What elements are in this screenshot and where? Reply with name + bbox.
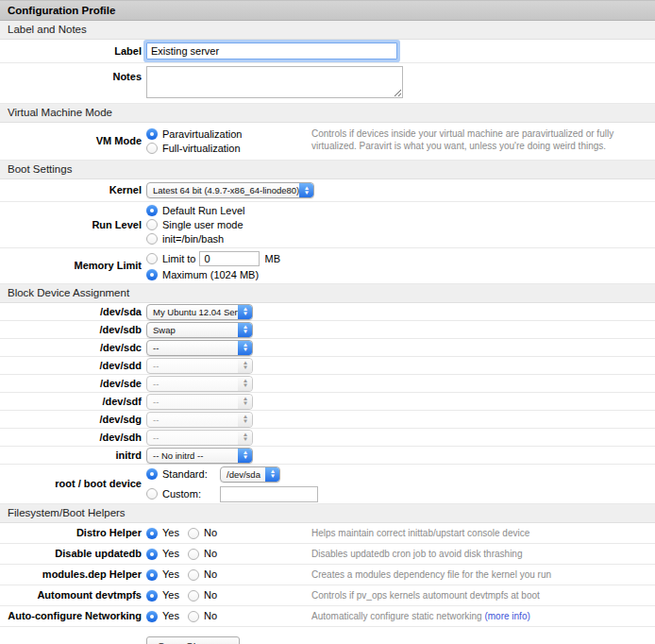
dev-sdh-label: /dev/sdh [0, 432, 142, 444]
label-input[interactable] [146, 42, 397, 59]
initrd-select[interactable]: -- No initrd -- ▲▼ [146, 448, 253, 464]
no-label: No [203, 527, 217, 539]
full-virtualization-option-label: Full-virtualization [161, 143, 241, 155]
modules-dep-helper-yes-radio[interactable] [146, 569, 158, 581]
save-row: Save Changes [0, 627, 655, 644]
dev-sdc-row: /dev/sdc -- ▲▼ [0, 339, 655, 357]
limit-to-option-label: Limit to [161, 253, 195, 265]
distro-helper-label: Distro Helper [0, 527, 142, 539]
auto-configure-networking-row: Auto-configure Networking Yes No Automat… [0, 606, 655, 627]
standard-root-radio[interactable] [146, 468, 158, 480]
initrd-label: initrd [0, 449, 142, 462]
dev-sdg-select[interactable]: -- ▲▼ [146, 412, 253, 428]
memory-limit-unit-label: MB [263, 253, 280, 265]
no-label: No [203, 610, 217, 622]
paravirtualization-option-label: Paravirtualization [161, 128, 242, 141]
paravirtualization-radio[interactable] [146, 128, 158, 140]
dev-sda-row: /dev/sda My Ubuntu 12.04 Server ▲▼ [0, 303, 655, 321]
root-boot-device-label: root / boot device [0, 478, 142, 490]
dev-sda-select-value: My Ubuntu 12.04 Server [147, 305, 238, 319]
distro-helper-yes-radio[interactable] [146, 528, 158, 539]
automount-devtmpfs-label: Automount devtmpfs [0, 589, 142, 602]
no-label: No [203, 548, 217, 560]
dev-sdf-label: /dev/sdf [0, 396, 142, 408]
notes-field-label: Notes [0, 66, 142, 83]
dev-sdd-select[interactable]: -- ▲▼ [146, 358, 253, 374]
disable-updatedb-label: Disable updatedb [0, 548, 142, 560]
limit-to-radio[interactable] [146, 253, 158, 264]
automount-devtmpfs-no-radio[interactable] [188, 590, 199, 602]
page-title: Configuration Profile [0, 0, 655, 21]
yes-label: Yes [161, 548, 179, 560]
default-run-level-option-label: Default Run Level [161, 205, 244, 217]
kernel-select-value: Latest 64 bit (4.9.7-x86_64-linode80) [147, 183, 299, 197]
vm-mode-help-text: Controls if devices inside your virtual … [311, 127, 649, 152]
initrd-select-value: -- No initrd -- [147, 449, 238, 463]
dev-sdc-select-value: -- [147, 341, 238, 355]
dev-sdd-select-value: -- [147, 359, 238, 373]
memory-limit-input[interactable] [199, 251, 260, 266]
dev-sdb-select[interactable]: Swap ▲▼ [146, 322, 253, 338]
vm-mode-label: VM Mode [0, 135, 142, 147]
dev-sde-label: /dev/sde [0, 378, 142, 390]
automount-devtmpfs-row: Automount devtmpfs Yes No Controls if pv… [0, 585, 655, 606]
section-boot-settings: Boot Settings [0, 161, 655, 179]
section-virtual-machine-mode: Virtual Machine Mode [0, 104, 655, 123]
dev-sde-row: /dev/sde -- ▲▼ [0, 375, 655, 393]
save-changes-button[interactable]: Save Changes [146, 636, 240, 644]
single-user-mode-radio[interactable] [146, 219, 158, 230]
modules-dep-helper-label: modules.dep Helper [0, 568, 142, 581]
disable-updatedb-no-radio[interactable] [188, 549, 199, 560]
select-stepper-icon: ▲▼ [238, 449, 252, 463]
section-filesystem-boot-helpers: Filesystem/Boot Helpers [0, 504, 655, 523]
init-bin-bash-radio[interactable] [146, 233, 158, 245]
select-stepper-icon: ▲▼ [238, 359, 252, 373]
memory-limit-label: Memory Limit [0, 260, 142, 272]
modules-dep-helper-row: modules.dep Helper Yes No Creates a modu… [0, 565, 655, 585]
standard-root-select[interactable]: /dev/sda ▲▼ [220, 466, 280, 483]
standard-root-label: Standard: [161, 468, 216, 481]
vm-mode-row: VM Mode Paravirtualization Full-virtuali… [0, 123, 655, 161]
maximum-memory-radio[interactable] [146, 269, 158, 280]
dev-sdh-row: /dev/sdh -- ▲▼ [0, 429, 655, 447]
yes-label: Yes [161, 610, 179, 622]
initrd-row: initrd -- No initrd -- ▲▼ [0, 447, 655, 465]
dev-sdh-select[interactable]: -- ▲▼ [146, 430, 253, 446]
dev-sdf-select-value: -- [147, 395, 238, 409]
dev-sdc-select[interactable]: -- ▲▼ [146, 340, 253, 356]
section-block-device-assignment: Block Device Assignment [0, 284, 655, 303]
kernel-select[interactable]: Latest 64 bit (4.9.7-x86_64-linode80) ▲▼ [146, 182, 314, 198]
label-row: Label [0, 40, 655, 63]
dev-sde-select[interactable]: -- ▲▼ [146, 376, 253, 392]
auto-configure-networking-no-radio[interactable] [188, 611, 199, 622]
custom-root-radio[interactable] [146, 488, 158, 500]
distro-helper-no-radio[interactable] [188, 528, 199, 539]
select-stepper-icon: ▲▼ [238, 413, 252, 427]
full-virtualization-radio[interactable] [146, 143, 158, 154]
section-label-and-notes: Label and Notes [0, 21, 655, 40]
notes-textarea[interactable] [146, 66, 403, 98]
select-stepper-icon: ▲▼ [238, 377, 252, 391]
disable-updatedb-yes-radio[interactable] [146, 549, 158, 560]
modules-dep-helper-no-radio[interactable] [188, 569, 199, 581]
custom-root-input[interactable] [220, 486, 318, 502]
run-level-row: Run Level Default Run Level Single user … [0, 202, 655, 248]
auto-configure-networking-help-text: Automatically configure static networkin… [311, 610, 649, 622]
single-user-mode-option-label: Single user mode [161, 219, 244, 231]
kernel-label: Kernel [0, 184, 142, 196]
dev-sda-select[interactable]: My Ubuntu 12.04 Server ▲▼ [146, 304, 253, 320]
dev-sdf-select[interactable]: -- ▲▼ [146, 394, 253, 410]
dev-sdb-row: /dev/sdb Swap ▲▼ [0, 321, 655, 339]
root-boot-device-row: root / boot device Standard: /dev/sda ▲▼… [0, 465, 655, 504]
auto-configure-networking-label: Auto-configure Networking [0, 610, 142, 622]
more-info-link[interactable]: (more info) [484, 611, 529, 621]
standard-root-select-value: /dev/sda [221, 467, 265, 482]
auto-configure-networking-help-main: Automatically configure static networkin… [311, 611, 482, 621]
auto-configure-networking-yes-radio[interactable] [146, 611, 158, 622]
automount-devtmpfs-yes-radio[interactable] [146, 590, 158, 602]
automount-devtmpfs-help-text: Controls if pv_ops kernels automount dev… [311, 589, 649, 602]
default-run-level-radio[interactable] [146, 205, 158, 216]
disable-updatedb-help-text: Disables updatedb cron job to avoid disk… [311, 548, 649, 560]
init-bin-bash-option-label: init=/bin/bash [161, 233, 224, 246]
yes-label: Yes [161, 589, 179, 602]
